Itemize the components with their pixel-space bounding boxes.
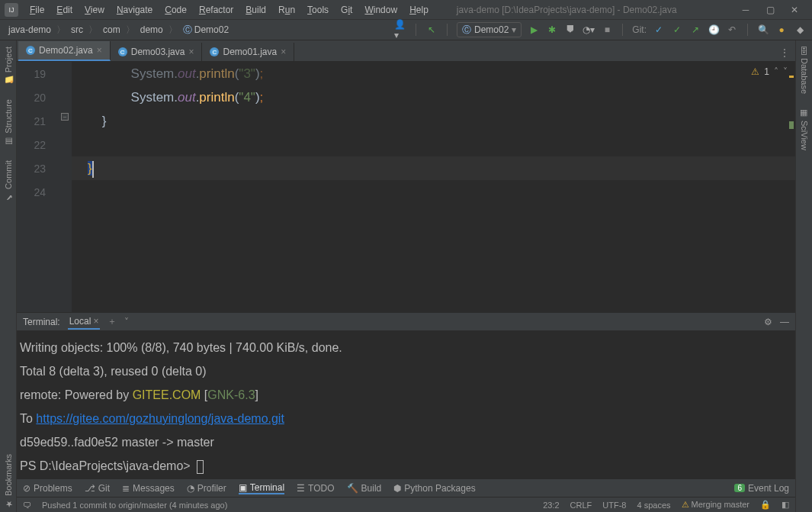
search-icon[interactable]: 🔍 xyxy=(757,24,769,36)
account-icon[interactable]: 👤▾ xyxy=(394,24,406,36)
window-title: java-demo [D:\IdeaProjects\java-demo] - … xyxy=(457,5,677,15)
file-encoding[interactable]: UTF-8 xyxy=(602,501,626,510)
close-tab-icon[interactable]: × xyxy=(97,45,102,56)
line-number: 23 xyxy=(17,157,59,181)
crumb-src[interactable]: src xyxy=(69,24,85,36)
stop-button[interactable]: ■ xyxy=(601,24,613,36)
git-history-icon[interactable]: 🕘 xyxy=(708,24,720,36)
menu-refactor[interactable]: Refactor xyxy=(194,3,239,17)
git-toolwindow-button[interactable]: ⎇Git xyxy=(85,483,110,494)
bookmarks-toolwindow-button[interactable]: ★Bookmarks xyxy=(3,451,13,512)
run-config-selector[interactable]: ⒸDemo02▾ xyxy=(457,22,522,37)
menu-bar: IJ File Edit View Navigate Code Refactor… xyxy=(0,0,812,20)
problems-toolwindow-button[interactable]: ⊘Problems xyxy=(23,483,72,494)
close-tab-icon[interactable]: × xyxy=(281,47,286,57)
fold-toggle-icon[interactable]: – xyxy=(61,113,69,121)
close-tab-icon[interactable]: × xyxy=(188,47,194,57)
terminal-toolwindow-button[interactable]: ▣Terminal xyxy=(239,482,284,494)
git-commit-icon[interactable]: ✓ xyxy=(671,24,683,36)
coverage-button[interactable]: ⛊ xyxy=(564,24,576,36)
inspection-widget[interactable]: ⚠ 1 ˄ ˅ xyxy=(751,66,788,77)
menu-edit[interactable]: Edit xyxy=(51,3,78,17)
git-rollback-icon[interactable]: ↶ xyxy=(726,24,738,36)
line-number: 21 xyxy=(17,110,59,134)
profile-button[interactable]: ◔▾ xyxy=(583,24,595,36)
terminal-line: d59ed59..fad0e52 master -> master xyxy=(20,430,794,454)
new-terminal-button[interactable]: ＋ xyxy=(108,315,117,328)
terminal-output[interactable]: Writing objects: 100% (8/8), 740 bytes |… xyxy=(17,331,795,478)
problems-icon: ⊘ xyxy=(23,483,30,494)
memory-indicator-icon[interactable]: ◧ xyxy=(782,500,789,510)
menu-code[interactable]: Code xyxy=(159,3,192,17)
tab-more-button[interactable]: ⋮ xyxy=(774,44,795,61)
repo-link[interactable]: https://gitee.com/gozhuyinglong/java-dem… xyxy=(36,412,284,425)
warning-marker[interactable] xyxy=(789,76,794,78)
tab-label: Demo03.java xyxy=(131,47,185,57)
menu-help[interactable]: Help xyxy=(404,3,434,17)
app-logo: IJ xyxy=(5,3,18,17)
prev-highlight-icon[interactable]: ˄ xyxy=(774,66,778,77)
notifications-icon[interactable]: 🗨 xyxy=(23,501,31,510)
profiler-toolwindow-button[interactable]: ◔Profiler xyxy=(187,483,226,494)
marker-bar[interactable] xyxy=(788,76,795,312)
sciview-toolwindow-button[interactable]: ▦SciView xyxy=(799,105,809,153)
warning-count: 1 xyxy=(764,66,769,77)
database-toolwindow-button[interactable]: 🗄Database xyxy=(800,43,809,97)
messages-toolwindow-button[interactable]: ≣Messages xyxy=(122,483,175,494)
crumb-com[interactable]: com xyxy=(101,24,123,36)
project-toolwindow-button[interactable]: 📁Project xyxy=(3,43,13,89)
code-editor[interactable]: 19 20 21 22 23 24 – System.out.println("… xyxy=(17,62,795,312)
indent-settings[interactable]: 4 spaces xyxy=(637,501,670,510)
menu-git[interactable]: Git xyxy=(335,3,358,17)
window-close-button[interactable]: ✕ xyxy=(789,5,800,15)
hide-terminal-icon[interactable]: — xyxy=(780,317,789,327)
left-tool-rail: 📁Project ▤Structure ✔Commit ★Bookmarks xyxy=(0,40,17,512)
close-terminal-tab-icon[interactable]: × xyxy=(93,316,98,327)
profiler-icon: ◔ xyxy=(187,483,194,494)
extra-icon[interactable]: ◆ xyxy=(794,24,806,36)
python-packages-button[interactable]: ⬢Python Packages xyxy=(393,483,475,494)
event-log-button[interactable]: 6Event Log xyxy=(734,483,789,494)
structure-toolwindow-button[interactable]: ▤Structure xyxy=(3,96,13,150)
git-branch-icon: ⎇ xyxy=(85,483,95,494)
editor-tab-demo03[interactable]: C Demo03.java × xyxy=(111,43,203,61)
menu-view[interactable]: View xyxy=(79,3,110,17)
menu-build[interactable]: Build xyxy=(240,3,271,17)
menu-window[interactable]: Window xyxy=(359,3,403,17)
caret-position[interactable]: 23:2 xyxy=(543,501,559,510)
change-marker[interactable] xyxy=(789,121,794,129)
ide-settings-icon[interactable]: ● xyxy=(775,24,788,36)
git-push-icon[interactable]: ↗ xyxy=(689,24,701,36)
terminal-settings-icon[interactable]: ⚙ xyxy=(764,317,772,327)
crumb-demo[interactable]: demo xyxy=(138,24,165,36)
terminal-tab-local[interactable]: Local× xyxy=(68,314,101,330)
debug-button[interactable]: ✱ xyxy=(546,24,558,36)
menu-tools[interactable]: Tools xyxy=(302,3,334,17)
window-maximize-button[interactable]: ▢ xyxy=(765,5,775,15)
menu-run[interactable]: Run xyxy=(273,3,300,17)
commit-toolwindow-button[interactable]: ✔Commit xyxy=(3,157,13,205)
window-minimize-button[interactable]: ─ xyxy=(740,5,751,15)
editor-tabs: C Demo02.java × C Demo03.java × C Demo01… xyxy=(17,40,795,62)
code-area[interactable]: System.out.println("3"); System.out.prin… xyxy=(72,62,795,312)
terminal-line: remote: Powered by GITEE.COM [GNK-6.3] xyxy=(20,383,794,407)
build-toolwindow-button[interactable]: 🔨Build xyxy=(347,483,382,494)
run-button[interactable]: ▶ xyxy=(528,24,540,36)
editor-tab-demo02[interactable]: C Demo02.java × xyxy=(18,41,111,61)
back-hammer-icon[interactable]: ↖ xyxy=(425,24,438,36)
crumb-class[interactable]: ⒸDemo02 xyxy=(181,23,231,37)
editor-tab-demo01[interactable]: C Demo01.java × xyxy=(202,43,294,61)
git-update-icon[interactable]: ✓ xyxy=(653,24,665,36)
crumb-project[interactable]: java-demo xyxy=(6,24,53,36)
merge-status[interactable]: ⚠ Merging master xyxy=(682,500,749,510)
terminal-dropdown-icon[interactable]: ˅ xyxy=(124,317,129,327)
readonly-lock-icon[interactable]: 🔒 xyxy=(760,500,771,510)
menu-file[interactable]: File xyxy=(24,3,50,17)
tab-label: Demo02.java xyxy=(39,45,93,56)
terminal-line: Total 8 (delta 3), reused 0 (delta 0) xyxy=(20,359,794,383)
terminal-icon: ▣ xyxy=(239,482,247,493)
terminal-panel: Terminal: Local× ＋ ˅ ⚙ — Writing objects… xyxy=(17,312,795,478)
line-separator[interactable]: CRLF xyxy=(570,501,592,510)
menu-navigate[interactable]: Navigate xyxy=(111,3,158,17)
todo-toolwindow-button[interactable]: ☰TODO xyxy=(297,483,334,494)
